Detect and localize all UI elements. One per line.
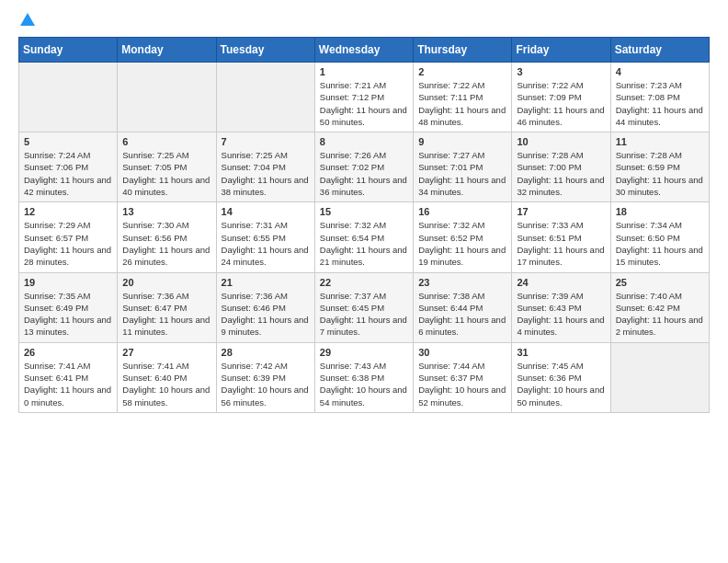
day-number: 9 [418, 136, 506, 147]
weekday-header-wednesday: Wednesday [314, 38, 413, 63]
day-number: 2 [418, 66, 506, 77]
calendar-cell: 28Sunrise: 7:42 AM Sunset: 6:39 PM Dayli… [216, 342, 314, 412]
day-info: Sunrise: 7:36 AM Sunset: 6:47 PM Dayligh… [122, 290, 210, 339]
day-info: Sunrise: 7:43 AM Sunset: 6:38 PM Dayligh… [320, 360, 408, 408]
day-info: Sunrise: 7:31 AM Sunset: 6:55 PM Dayligh… [222, 219, 310, 268]
day-info: Sunrise: 7:23 AM Sunset: 7:08 PM Dayligh… [616, 79, 704, 128]
day-number: 4 [616, 66, 704, 77]
calendar-cell: 24Sunrise: 7:39 AM Sunset: 6:43 PM Dayli… [512, 272, 610, 342]
calendar-cell: 26Sunrise: 7:41 AM Sunset: 6:41 PM Dayli… [19, 342, 118, 412]
day-info: Sunrise: 7:25 AM Sunset: 7:04 PM Dayligh… [222, 149, 310, 198]
day-info: Sunrise: 7:41 AM Sunset: 6:41 PM Dayligh… [24, 360, 112, 408]
day-number: 11 [616, 136, 704, 147]
calendar-week-row: 5Sunrise: 7:24 AM Sunset: 7:06 PM Daylig… [19, 132, 710, 202]
calendar-week-row: 12Sunrise: 7:29 AM Sunset: 6:57 PM Dayli… [19, 202, 710, 272]
calendar-cell: 18Sunrise: 7:34 AM Sunset: 6:50 PM Dayli… [610, 202, 709, 272]
day-info: Sunrise: 7:26 AM Sunset: 7:02 PM Dayligh… [320, 149, 408, 198]
day-number: 20 [122, 277, 210, 288]
day-info: Sunrise: 7:33 AM Sunset: 6:51 PM Dayligh… [517, 219, 605, 268]
calendar-cell: 6Sunrise: 7:25 AM Sunset: 7:05 PM Daylig… [118, 132, 216, 202]
day-info: Sunrise: 7:35 AM Sunset: 6:49 PM Dayligh… [24, 290, 112, 339]
weekday-header-tuesday: Tuesday [216, 38, 314, 63]
day-info: Sunrise: 7:38 AM Sunset: 6:44 PM Dayligh… [418, 290, 506, 339]
day-info: Sunrise: 7:25 AM Sunset: 7:05 PM Dayligh… [122, 149, 210, 198]
day-info: Sunrise: 7:24 AM Sunset: 7:06 PM Dayligh… [24, 149, 112, 198]
calendar-week-row: 26Sunrise: 7:41 AM Sunset: 6:41 PM Dayli… [19, 342, 710, 412]
day-info: Sunrise: 7:41 AM Sunset: 6:40 PM Dayligh… [122, 360, 210, 408]
calendar-cell: 7Sunrise: 7:25 AM Sunset: 7:04 PM Daylig… [216, 132, 314, 202]
day-info: Sunrise: 7:28 AM Sunset: 7:00 PM Dayligh… [517, 149, 605, 198]
day-info: Sunrise: 7:32 AM Sunset: 6:52 PM Dayligh… [418, 219, 506, 268]
calendar-cell: 19Sunrise: 7:35 AM Sunset: 6:49 PM Dayli… [19, 272, 118, 342]
day-info: Sunrise: 7:28 AM Sunset: 6:59 PM Dayligh… [616, 149, 704, 198]
day-info: Sunrise: 7:21 AM Sunset: 7:12 PM Dayligh… [320, 79, 408, 128]
day-info: Sunrise: 7:29 AM Sunset: 6:57 PM Dayligh… [24, 219, 112, 268]
day-number: 5 [24, 136, 112, 147]
weekday-header-monday: Monday [118, 38, 216, 63]
day-number: 1 [320, 66, 408, 77]
day-number: 30 [418, 347, 506, 358]
calendar-week-row: 1Sunrise: 7:21 AM Sunset: 7:12 PM Daylig… [19, 63, 710, 132]
calendar-cell: 1Sunrise: 7:21 AM Sunset: 7:12 PM Daylig… [314, 63, 413, 132]
calendar-cell: 8Sunrise: 7:26 AM Sunset: 7:02 PM Daylig… [314, 132, 413, 202]
calendar-cell: 2Sunrise: 7:22 AM Sunset: 7:11 PM Daylig… [414, 63, 512, 132]
calendar-cell [19, 63, 118, 132]
calendar-cell: 11Sunrise: 7:28 AM Sunset: 6:59 PM Dayli… [610, 132, 709, 202]
day-info: Sunrise: 7:22 AM Sunset: 7:11 PM Dayligh… [418, 79, 506, 128]
calendar-cell: 3Sunrise: 7:22 AM Sunset: 7:09 PM Daylig… [512, 63, 610, 132]
calendar-cell: 27Sunrise: 7:41 AM Sunset: 6:40 PM Dayli… [118, 342, 216, 412]
weekday-header-row: SundayMondayTuesdayWednesdayThursdayFrid… [19, 38, 710, 63]
calendar-cell: 25Sunrise: 7:40 AM Sunset: 6:42 PM Dayli… [610, 272, 709, 342]
day-number: 17 [517, 206, 605, 217]
day-number: 31 [517, 347, 605, 358]
logo [18, 15, 35, 28]
weekday-header-sunday: Sunday [19, 38, 118, 63]
day-number: 19 [24, 277, 112, 288]
page-container: SundayMondayTuesdayWednesdayThursdayFrid… [0, 0, 728, 428]
day-info: Sunrise: 7:42 AM Sunset: 6:39 PM Dayligh… [222, 360, 310, 408]
day-info: Sunrise: 7:32 AM Sunset: 6:54 PM Dayligh… [320, 219, 408, 268]
calendar-week-row: 19Sunrise: 7:35 AM Sunset: 6:49 PM Dayli… [19, 272, 710, 342]
calendar-cell: 21Sunrise: 7:36 AM Sunset: 6:46 PM Dayli… [216, 272, 314, 342]
day-number: 22 [320, 277, 408, 288]
calendar-cell [610, 342, 709, 412]
calendar-cell: 22Sunrise: 7:37 AM Sunset: 6:45 PM Dayli… [314, 272, 413, 342]
calendar-cell [216, 63, 314, 132]
day-number: 7 [222, 136, 310, 147]
day-number: 29 [320, 347, 408, 358]
calendar-cell: 30Sunrise: 7:44 AM Sunset: 6:37 PM Dayli… [414, 342, 512, 412]
day-number: 10 [517, 136, 605, 147]
calendar-cell: 31Sunrise: 7:45 AM Sunset: 6:36 PM Dayli… [512, 342, 610, 412]
day-number: 28 [222, 347, 310, 358]
calendar-cell: 14Sunrise: 7:31 AM Sunset: 6:55 PM Dayli… [216, 202, 314, 272]
day-number: 16 [418, 206, 506, 217]
calendar-cell: 16Sunrise: 7:32 AM Sunset: 6:52 PM Dayli… [414, 202, 512, 272]
day-number: 6 [122, 136, 210, 147]
calendar-cell [118, 63, 216, 132]
logo-triangle-icon [20, 13, 35, 26]
day-number: 25 [616, 277, 704, 288]
day-info: Sunrise: 7:27 AM Sunset: 7:01 PM Dayligh… [418, 149, 506, 198]
calendar-cell: 17Sunrise: 7:33 AM Sunset: 6:51 PM Dayli… [512, 202, 610, 272]
day-number: 12 [24, 206, 112, 217]
calendar-cell: 13Sunrise: 7:30 AM Sunset: 6:56 PM Dayli… [118, 202, 216, 272]
day-info: Sunrise: 7:36 AM Sunset: 6:46 PM Dayligh… [222, 290, 310, 339]
day-number: 8 [320, 136, 408, 147]
day-number: 27 [122, 347, 210, 358]
calendar-table: SundayMondayTuesdayWednesdayThursdayFrid… [18, 37, 710, 413]
day-number: 26 [24, 347, 112, 358]
day-number: 13 [122, 206, 210, 217]
day-info: Sunrise: 7:39 AM Sunset: 6:43 PM Dayligh… [517, 290, 605, 339]
weekday-header-friday: Friday [512, 38, 610, 63]
day-info: Sunrise: 7:40 AM Sunset: 6:42 PM Dayligh… [616, 290, 704, 339]
day-number: 24 [517, 277, 605, 288]
calendar-cell: 23Sunrise: 7:38 AM Sunset: 6:44 PM Dayli… [414, 272, 512, 342]
day-info: Sunrise: 7:45 AM Sunset: 6:36 PM Dayligh… [517, 360, 605, 408]
calendar-cell: 9Sunrise: 7:27 AM Sunset: 7:01 PM Daylig… [414, 132, 512, 202]
day-info: Sunrise: 7:22 AM Sunset: 7:09 PM Dayligh… [517, 79, 605, 128]
day-number: 3 [517, 66, 605, 77]
day-number: 15 [320, 206, 408, 217]
header [18, 15, 710, 28]
calendar-cell: 12Sunrise: 7:29 AM Sunset: 6:57 PM Dayli… [19, 202, 118, 272]
calendar-cell: 29Sunrise: 7:43 AM Sunset: 6:38 PM Dayli… [314, 342, 413, 412]
